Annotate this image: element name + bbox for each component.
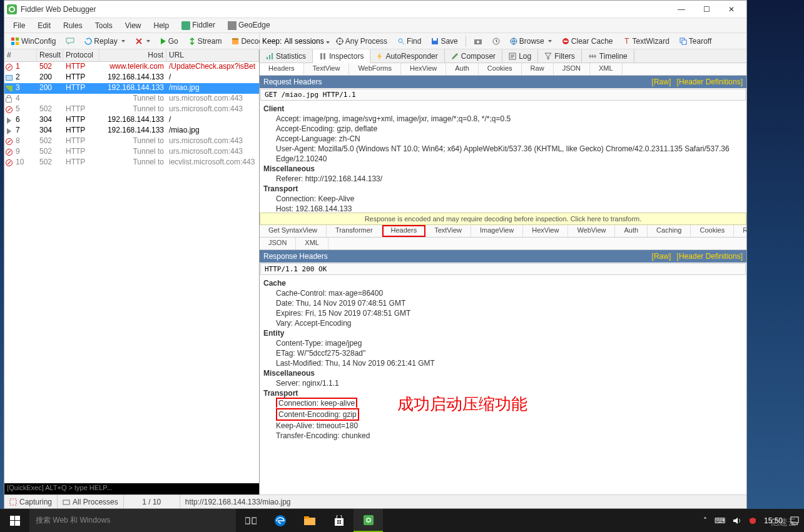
response-tab-json[interactable]: JSON [260, 238, 296, 249]
camera-button[interactable] [470, 36, 486, 46]
tray-chevron-icon[interactable]: ˄ [703, 516, 707, 525]
header-item[interactable]: Connection: Keep-Alive [263, 194, 743, 204]
header-group[interactable]: Client [263, 104, 743, 114]
request-tab-webforms[interactable]: WebForms [349, 63, 401, 75]
maximize-button[interactable]: ☐ [694, 2, 719, 17]
header-item[interactable]: Date: Thu, 14 Nov 2019 07:48:51 GMT [263, 298, 743, 308]
response-headers-tree[interactable]: CacheCache-Control: max-age=86400Date: T… [260, 276, 746, 494]
tab-statistics[interactable]: Statistics [260, 49, 313, 63]
header-group[interactable]: Miscellaneous [263, 368, 743, 378]
response-tab-raw[interactable]: Raw [734, 225, 746, 237]
col-num[interactable]: # [4, 49, 37, 61]
response-tab-get-syntaxview[interactable]: Get SyntaxView [260, 225, 327, 237]
start-button[interactable] [0, 509, 29, 532]
request-tab-auth[interactable]: Auth [446, 63, 479, 75]
response-tab-caching[interactable]: Caching [648, 225, 691, 237]
remove-button[interactable] [131, 36, 154, 46]
replay-button[interactable]: Replay [81, 36, 128, 47]
keep-dropdown[interactable]: All sessions [284, 37, 329, 46]
winconfig-button[interactable]: WinConfig [7, 36, 59, 47]
go-button[interactable]: Go [156, 36, 182, 47]
capturing-indicator[interactable]: Capturing [4, 495, 58, 508]
tray-keyboard-icon[interactable]: ⌨ [715, 516, 725, 525]
session-row[interactable]: 10 502 HTTP Tunnel to iecvlist.microsoft… [4, 158, 259, 168]
timer-button[interactable] [489, 36, 504, 46]
browse-button[interactable]: Browse [506, 36, 556, 47]
header-item[interactable]: Content-Type: image/jpeg [263, 338, 743, 348]
session-row[interactable]: 9 502 HTTP Tunnel to urs.microsoft.com:4… [4, 147, 259, 158]
session-row[interactable]: 2 200 HTTP 192.168.144.133 / [4, 73, 259, 83]
menu-tools[interactable]: Tools [89, 19, 119, 32]
minimize-button[interactable]: — [669, 2, 694, 17]
processes-indicator[interactable]: All Processes [58, 495, 124, 508]
response-tab-transformer[interactable]: Transformer [327, 225, 382, 237]
response-tab-headers[interactable]: Headers [382, 225, 426, 237]
header-item[interactable]: Accept: image/png, image/svg+xml, image/… [263, 114, 743, 124]
response-tab-auth[interactable]: Auth [615, 225, 648, 237]
menu-help[interactable]: Help [148, 19, 176, 32]
response-tab-imageview[interactable]: ImageView [471, 225, 523, 237]
tab-composer[interactable]: Composer [445, 49, 502, 63]
header-item[interactable]: Cache-Control: max-age=86400 [263, 288, 743, 298]
clear-cache-button[interactable]: Clear Cache [558, 36, 617, 47]
header-item[interactable]: User-Agent: Mozilla/5.0 (Windows NT 10.0… [263, 144, 743, 164]
request-tab-cookies[interactable]: Cookies [479, 63, 522, 75]
session-row[interactable]: 1 502 HTTP www.telerik.com /UpdateCheck.… [4, 62, 259, 73]
response-tab-cookies[interactable]: Cookies [691, 225, 734, 237]
request-tab-hexview[interactable]: HexView [401, 63, 446, 75]
tab-log[interactable]: Log [502, 49, 538, 63]
request-tab-headers[interactable]: Headers [260, 63, 304, 75]
tab-autoresponder[interactable]: AutoResponder [370, 49, 444, 63]
store-button[interactable] [324, 509, 354, 532]
raw-link[interactable]: [Raw] [652, 252, 671, 261]
request-tab-xml[interactable]: XML [590, 63, 623, 75]
header-item[interactable]: ETag: W/"5dccf275-328ad" [263, 348, 743, 358]
explorer-button[interactable] [295, 509, 324, 532]
request-tab-raw[interactable]: Raw [522, 63, 554, 75]
header-item[interactable]: Expires: Fri, 15 Nov 2019 07:48:51 GMT [263, 308, 743, 318]
save-button[interactable]: Save [427, 36, 461, 47]
col-protocol[interactable]: Protocol [63, 49, 99, 61]
menu-geoedge[interactable]: GeoEdge [221, 19, 277, 32]
tray-volume-icon[interactable] [733, 517, 741, 524]
sessions-list[interactable]: 1 502 HTTP www.telerik.com /UpdateCheck.… [4, 62, 259, 483]
find-button[interactable]: Find [394, 36, 425, 47]
header-group[interactable]: Transport [263, 184, 743, 194]
header-item[interactable]: Last-Modified: Thu, 14 Nov 2019 06:21:41… [263, 358, 743, 368]
request-headers-tree[interactable]: ClientAccept: image/png, image/svg+xml, … [260, 101, 746, 213]
tray-shield-icon[interactable] [749, 517, 756, 524]
request-tab-json[interactable]: JSON [554, 63, 590, 75]
menu-view[interactable]: View [119, 19, 148, 32]
session-row[interactable]: 6 304 HTTP 192.168.144.133 / [4, 115, 259, 126]
transform-bar[interactable]: Response is encoded and may require deco… [260, 213, 746, 225]
header-item[interactable]: Referer: http://192.168.144.133/ [263, 174, 743, 184]
task-view-button[interactable] [236, 509, 265, 532]
close-button[interactable]: ✕ [719, 2, 744, 17]
request-tab-textview[interactable]: TextView [304, 63, 350, 75]
session-row[interactable]: 3 200 HTTP 192.168.144.133 /miao.jpg [4, 83, 259, 94]
header-item[interactable]: Transfer-Encoding: chunked [263, 431, 743, 441]
header-group[interactable]: Entity [263, 328, 743, 338]
session-row[interactable]: 7 304 HTTP 192.168.144.133 /miao.jpg [4, 126, 259, 136]
edge-button[interactable] [265, 509, 295, 532]
col-host[interactable]: Host [99, 49, 166, 61]
menu-rules[interactable]: Rules [57, 19, 89, 32]
col-url[interactable]: URL [166, 49, 259, 61]
fiddler-task-button[interactable] [354, 509, 383, 532]
session-row[interactable]: 4 Tunnel to urs.microsoft.com:443 [4, 94, 259, 104]
menu-fiddler[interactable]: Fiddler [175, 19, 221, 32]
header-item[interactable]: Keep-Alive: timeout=180 [263, 421, 743, 431]
response-tab-webview[interactable]: WebView [568, 225, 615, 237]
response-tab-hexview[interactable]: HexView [523, 225, 568, 237]
quickexec[interactable]: [QuickExec] ALT+Q > type HELP... [4, 483, 259, 494]
stream-button[interactable]: Stream [185, 36, 226, 47]
session-row[interactable]: 5 502 HTTP Tunnel to urs.microsoft.com:4… [4, 104, 259, 115]
response-tab-xml[interactable]: XML [296, 238, 328, 249]
header-item[interactable]: Vary: Accept-Encoding [263, 318, 743, 328]
header-definitions-link[interactable]: [Header Definitions] [677, 78, 743, 86]
tab-timeline[interactable]: Timeline [582, 49, 634, 63]
header-item[interactable]: Server: nginx/1.1.1 [263, 378, 743, 388]
tab-inspectors[interactable]: Inspectors [313, 49, 370, 63]
tearoff-button[interactable]: Tearoff [676, 36, 715, 47]
menu-file[interactable]: File [7, 19, 31, 32]
